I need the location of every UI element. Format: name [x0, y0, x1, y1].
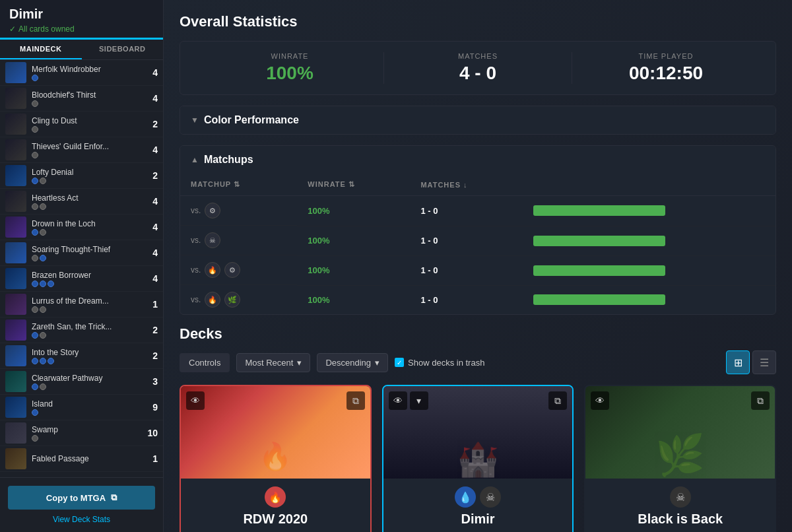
- list-item[interactable]: Heartless Act4: [0, 189, 163, 215]
- list-item[interactable]: Bloodchief's Thirst4: [0, 86, 163, 112]
- matches-value: 4 - 0: [384, 63, 572, 84]
- tab-maindeck[interactable]: MAINDECK: [0, 40, 82, 59]
- tab-sideboard[interactable]: SIDEBOARD: [82, 40, 164, 59]
- deck-copy-button[interactable]: ⧉: [346, 391, 365, 410]
- u-mana-icon: [40, 358, 46, 364]
- b-mana-icon: [32, 152, 38, 158]
- deck-color-icon: ☠: [670, 486, 691, 508]
- matchup-col-header[interactable]: MATCHUP ⇅: [180, 174, 297, 196]
- grid-view-button[interactable]: ⊞: [726, 350, 750, 374]
- color-performance-title: Color Performance: [204, 114, 299, 126]
- deck-title: Dimir: [9, 7, 154, 22]
- b-mana-icon: [32, 203, 38, 210]
- deck-grid: 👁⧉🔥🔥RDW 2020WINRATE100%MATCHES1 - 0👁▾⧉🏰💧…: [180, 385, 776, 532]
- deck-card[interactable]: 👁▾⧉🏰💧☠DimirWINRATE100%MATCHES2 - 0: [382, 385, 574, 532]
- b-mana-icon: [32, 435, 38, 442]
- chevron-up-icon: ▲: [191, 155, 199, 164]
- b-mana-icon: [40, 306, 46, 313]
- deck-eye-button[interactable]: 👁: [186, 391, 205, 410]
- deck-tabs: MAINDECK SIDEBOARD: [0, 40, 163, 60]
- list-item[interactable]: Brazen Borrower4: [0, 266, 163, 292]
- deck-copy-button[interactable]: ⧉: [751, 391, 770, 410]
- overall-statistics-title: Overall Statistics: [180, 13, 776, 30]
- b-mana-icon: [32, 306, 38, 313]
- order-button[interactable]: Descending ▾: [317, 353, 388, 372]
- main-content: Overall Statistics WINRATE 100% MATCHES …: [164, 0, 792, 532]
- u-mana-icon: [32, 358, 38, 364]
- b-mana-icon: [40, 332, 46, 339]
- controls-label: Controls: [180, 353, 230, 372]
- time-value: 00:12:50: [572, 63, 760, 84]
- table-row[interactable]: vs.☠100%1 - 0: [180, 226, 776, 255]
- deck-color-icon: 💧: [455, 486, 476, 508]
- u-mana-icon: [48, 358, 54, 364]
- sidebar-header: Dimir ✓ All cards owned: [0, 0, 163, 40]
- u-mana-icon: [40, 255, 46, 261]
- deck-eye-button[interactable]: 👁: [389, 391, 407, 410]
- table-row[interactable]: vs.🔥⚙100%1 - 0: [180, 255, 776, 285]
- b-mana-icon: [40, 383, 46, 390]
- decks-controls: Controls Most Recent ▾ Descending ▾ ✓ Sh…: [180, 350, 776, 374]
- owned-indicator: ✓ All cards owned: [9, 24, 154, 34]
- table-row[interactable]: vs.🔥🌿100%1 - 0: [180, 285, 776, 314]
- list-view-button[interactable]: ☰: [752, 350, 776, 374]
- matchups-table: MATCHUP ⇅ WINRATE ⇅ MATCHES ↓ vs.⚙100%1 …: [180, 174, 776, 314]
- list-item[interactable]: Soaring Thought-Thief4: [0, 240, 163, 266]
- deck-card[interactable]: 👁⧉🌿☠Black is BackWINRATE100%MATCHES1 - 0: [584, 385, 776, 532]
- matchup-color-icon: ☠: [205, 232, 220, 248]
- list-item[interactable]: Lofty Denial2: [0, 163, 163, 189]
- deck-name: RDW 2020: [189, 512, 362, 527]
- deck-eye-button[interactable]: 👁: [591, 391, 609, 410]
- list-item[interactable]: Lurrus of the Dream...1: [0, 292, 163, 317]
- list-item[interactable]: Swamp10: [0, 420, 163, 446]
- winrate-label: WINRATE: [196, 52, 383, 60]
- list-item[interactable]: Island9: [0, 395, 163, 420]
- deck-name: Black is Back: [593, 512, 767, 527]
- list-item[interactable]: Drown in the Loch4: [0, 215, 163, 240]
- list-item[interactable]: Fabled Passage1: [0, 446, 163, 472]
- sort-button[interactable]: Most Recent ▾: [236, 353, 310, 372]
- checkbox-checked-icon: ✓: [395, 358, 404, 367]
- b-mana-icon: [32, 126, 38, 133]
- matchups-section: ▲ Matchups MATCHUP ⇅ WINRATE ⇅ MATCHES ↓…: [180, 145, 776, 315]
- winrate-col-header[interactable]: WINRATE ⇅: [297, 174, 410, 196]
- sidebar-actions: Copy to MTGA ⧉ View Deck Stats: [0, 477, 163, 532]
- matches-label: MATCHES: [384, 52, 572, 60]
- chevron-down-icon: ▼: [191, 116, 199, 125]
- matchup-color-icon: ⚙: [224, 262, 240, 278]
- list-item[interactable]: Thieves' Guild Enfor...4: [0, 137, 163, 163]
- list-item[interactable]: Clearwater Pathway3: [0, 369, 163, 395]
- u-mana-icon: [32, 409, 38, 416]
- deck-card[interactable]: 👁⧉🔥🔥RDW 2020WINRATE100%MATCHES1 - 0: [180, 385, 372, 532]
- sidebar: Dimir ✓ All cards owned MAINDECK SIDEBOA…: [0, 0, 164, 532]
- matchup-color-icon: ⚙: [205, 203, 220, 218]
- table-row[interactable]: vs.⚙100%1 - 0: [180, 196, 776, 226]
- list-item[interactable]: Merfolk Windrobber4: [0, 60, 163, 86]
- color-performance-header[interactable]: ▼ Color Performance: [180, 106, 776, 134]
- deck-color-icon: ☠: [480, 486, 501, 508]
- u-mana-icon: [32, 332, 38, 339]
- list-item[interactable]: Into the Story2: [0, 343, 163, 369]
- matches-col-header[interactable]: MATCHES ↓: [410, 174, 522, 196]
- decks-section: Decks Controls Most Recent ▾ Descending …: [180, 325, 776, 532]
- matchups-title: Matchups: [204, 154, 253, 166]
- copy-to-mtga-button[interactable]: Copy to MTGA ⧉: [8, 486, 155, 510]
- chevron-down-icon: ▾: [375, 358, 380, 368]
- check-icon: ✓: [9, 24, 16, 34]
- matchups-header[interactable]: ▲ Matchups: [180, 146, 776, 174]
- deck-copy-button[interactable]: ⧉: [548, 391, 567, 410]
- u-mana-icon: [32, 281, 38, 287]
- list-item[interactable]: Cling to Dust2: [0, 112, 163, 137]
- b-mana-icon: [40, 203, 46, 210]
- u-mana-icon: [32, 383, 38, 390]
- view-deck-stats-link[interactable]: View Deck Stats: [8, 515, 155, 524]
- view-toggle: ⊞ ☰: [726, 350, 776, 374]
- matches-stat: MATCHES 4 - 0: [383, 52, 572, 84]
- show-trash-toggle[interactable]: ✓ Show decks in trash: [395, 358, 484, 368]
- deck-dropdown-button[interactable]: ▾: [410, 391, 428, 410]
- decks-title: Decks: [180, 325, 776, 343]
- chevron-down-icon: ▾: [297, 358, 302, 368]
- deck-color-icon: 🔥: [265, 486, 286, 508]
- b-mana-icon: [40, 229, 46, 236]
- list-item[interactable]: Zareth San, the Trick...2: [0, 317, 163, 343]
